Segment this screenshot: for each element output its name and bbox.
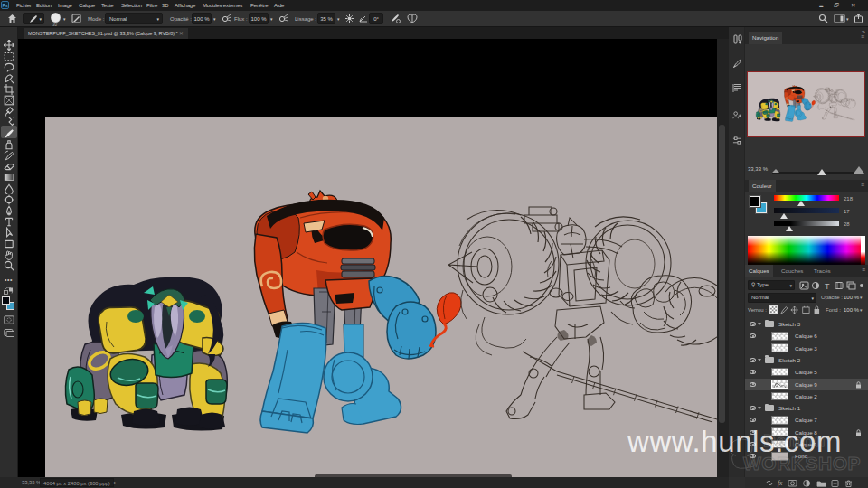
svg-text:T: T: [825, 282, 830, 291]
